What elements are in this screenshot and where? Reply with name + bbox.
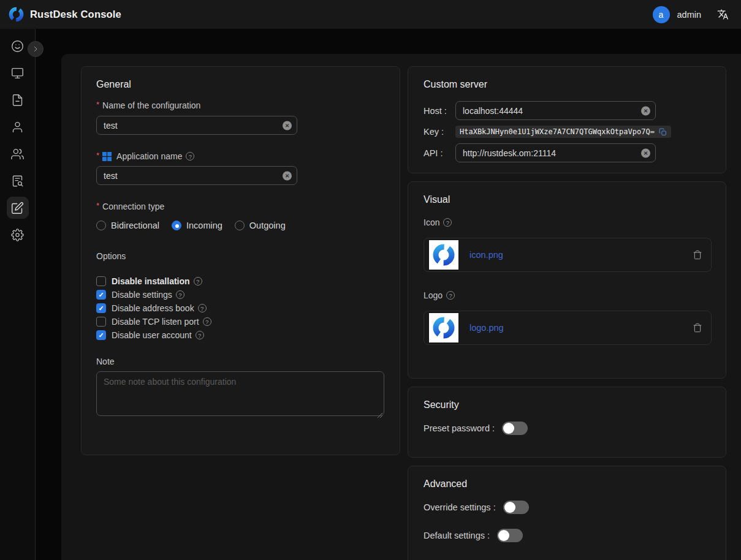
user-icon <box>11 121 24 134</box>
icon-thumbnail <box>429 240 458 270</box>
connection-type-label: * Connection type <box>96 202 385 211</box>
options-label: Options <box>96 251 385 261</box>
header-right: a admin <box>653 6 729 23</box>
security-title: Security <box>424 399 710 411</box>
sidebar-item-edit[interactable] <box>7 197 29 219</box>
radio-icon <box>235 221 245 230</box>
checkbox-icon <box>96 330 106 340</box>
application-name-field: ✕ <box>96 166 297 185</box>
checkbox-row-disable-user-account[interactable]: Disable user account ? <box>96 328 385 342</box>
checkbox-row-disable-tcp-listen-port[interactable]: Disable TCP listen port ? <box>96 315 385 328</box>
checkbox-row-disable-settings[interactable]: Disable settings ? <box>96 288 385 301</box>
checkbox-row-disable-address-book[interactable]: Disable address book ? <box>96 301 385 315</box>
brand: RustDesk Console <box>8 6 121 23</box>
edit-square-icon <box>11 202 24 214</box>
key-label: Key : <box>424 127 455 137</box>
application-name-input[interactable] <box>96 166 297 185</box>
api-row: API : ✕ <box>424 143 710 162</box>
sidebar-item-file[interactable] <box>7 89 29 111</box>
help-icon[interactable]: ? <box>198 304 207 312</box>
trash-icon[interactable] <box>693 323 702 333</box>
sidebar <box>0 29 36 560</box>
clear-icon[interactable]: ✕ <box>283 121 292 130</box>
host-label: Host : <box>424 106 455 116</box>
config-name-input[interactable] <box>96 116 297 135</box>
help-icon[interactable]: ? <box>446 291 455 300</box>
sidebar-item-settings[interactable] <box>7 224 29 246</box>
app-title: RustDesk Console <box>30 9 121 20</box>
help-icon[interactable]: ? <box>196 331 204 339</box>
icon-label: Icon ? <box>424 218 710 227</box>
gear-icon <box>11 229 24 241</box>
custom-server-title: Custom server <box>424 79 710 90</box>
radio-incoming[interactable]: Incoming <box>172 221 222 230</box>
translate-icon[interactable] <box>717 9 729 20</box>
sidebar-item-file-search[interactable] <box>7 170 29 192</box>
help-icon[interactable]: ? <box>203 317 211 326</box>
host-input[interactable] <box>455 101 656 120</box>
checkbox-icon <box>96 317 106 327</box>
general-card: General * Name of the configuration ✕ * … <box>81 66 400 455</box>
help-icon[interactable]: ? <box>176 290 184 299</box>
users-icon <box>11 148 24 161</box>
smiley-icon <box>11 40 24 53</box>
rustdesk-logo-icon <box>8 6 25 23</box>
clear-icon[interactable]: ✕ <box>283 171 292 180</box>
sidebar-item-users[interactable] <box>7 143 29 165</box>
file-search-icon <box>11 175 24 187</box>
help-icon[interactable]: ? <box>194 277 202 286</box>
sidebar-item-user[interactable] <box>7 116 29 138</box>
avatar[interactable]: a <box>653 6 670 23</box>
override-settings-row: Override settings : <box>424 501 710 514</box>
api-input[interactable] <box>455 143 656 162</box>
content-area: General * Name of the configuration ✕ * … <box>61 54 741 560</box>
override-settings-label: Override settings : <box>424 502 496 512</box>
help-icon[interactable]: ? <box>443 218 452 227</box>
api-label: API : <box>424 148 455 158</box>
note-label: Note <box>96 357 385 366</box>
clear-icon[interactable]: ✕ <box>641 106 650 115</box>
security-card: Security Preset password : <box>408 387 726 458</box>
custom-server-card: Custom server Host : ✕ Key : HtaXBkJNHyn… <box>408 66 726 173</box>
chevron-right-icon <box>32 45 39 53</box>
radio-icon <box>172 221 181 230</box>
override-settings-toggle[interactable] <box>503 501 529 514</box>
trash-icon[interactable] <box>693 250 702 260</box>
checkbox-icon <box>96 303 106 313</box>
username[interactable]: admin <box>677 10 702 20</box>
logo-label: Logo ? <box>424 290 710 300</box>
app-root: RustDesk Console a admin <box>0 0 741 560</box>
preset-password-label: Preset password : <box>424 423 495 433</box>
default-settings-label: Default settings : <box>424 531 490 540</box>
sidebar-item-smiley[interactable] <box>7 35 29 57</box>
key-value: HtaXBkJNHyn0e1U1jWXze7A7CN7QTGWqxkOtpaVp… <box>460 127 655 136</box>
icon-filename-link[interactable]: icon.png <box>469 250 503 260</box>
note-textarea[interactable] <box>96 371 384 416</box>
copy-icon[interactable] <box>659 128 667 136</box>
clear-icon[interactable]: ✕ <box>641 148 650 157</box>
icon-file-item: icon.png <box>424 238 712 272</box>
radio-bidirectional[interactable]: Bidirectional <box>96 221 159 230</box>
options-group: Disable installation ? Disable settings … <box>96 274 385 342</box>
required-asterisk: * <box>96 201 99 210</box>
radio-icon <box>96 221 106 230</box>
radio-outgoing[interactable]: Outgoing <box>235 221 286 230</box>
key-row: Key : HtaXBkJNHyn0e1U1jWXze7A7CN7QTGWqxk… <box>424 126 710 138</box>
default-settings-toggle[interactable] <box>497 529 523 542</box>
checkbox-icon <box>96 290 106 300</box>
api-field: ✕ <box>455 143 656 162</box>
right-column: Custom server Host : ✕ Key : HtaXBkJNHyn… <box>408 66 726 560</box>
required-asterisk: * <box>96 100 99 109</box>
advanced-card: Advanced Override settings : Default set… <box>408 466 726 560</box>
sidebar-item-monitor[interactable] <box>7 62 29 84</box>
key-value-chip: HtaXBkJNHyn0e1U1jWXze7A7CN7QTGWqxkOtpaVp… <box>455 126 671 138</box>
file-icon <box>11 94 24 107</box>
preset-password-toggle[interactable] <box>502 422 528 435</box>
checkbox-row-disable-installation[interactable]: Disable installation ? <box>96 274 385 288</box>
logo-filename-link[interactable]: logo.png <box>469 323 504 333</box>
host-row: Host : ✕ <box>424 101 710 120</box>
monitor-icon <box>11 67 24 80</box>
help-icon[interactable]: ? <box>186 152 194 161</box>
config-name-label: * Name of the configuration <box>96 100 385 110</box>
sidebar-collapse-button[interactable] <box>28 41 44 57</box>
